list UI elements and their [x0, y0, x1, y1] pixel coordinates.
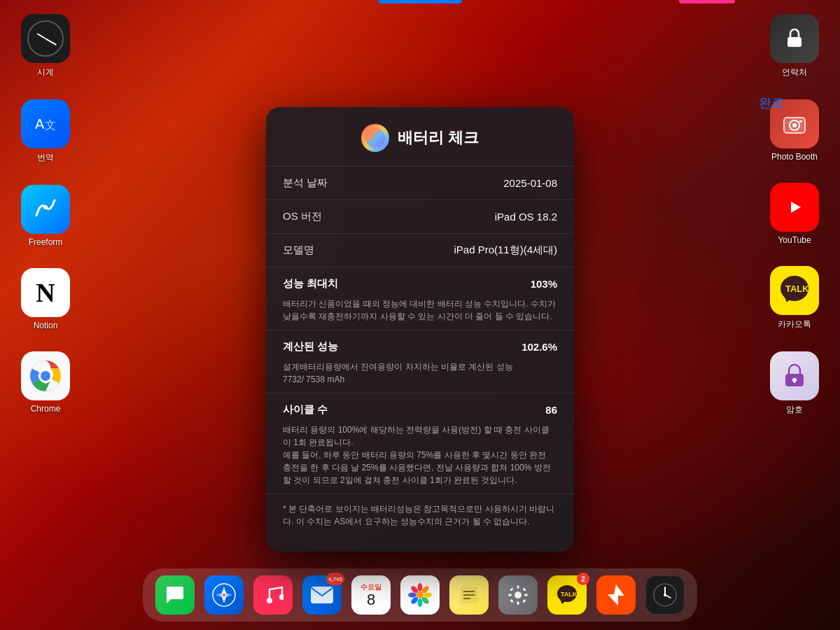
modal-header: 배터리 체크 — [266, 107, 574, 167]
row-label-cycle: 사이클 수 — [283, 403, 328, 416]
row-label-calcperf: 계산된 성능 — [283, 340, 338, 354]
row-label-os: OS 버전 — [283, 210, 322, 223]
modal-row-maxperf: 성능 최대치 103% — [266, 267, 574, 293]
row-label-date: 분석 날짜 — [283, 176, 328, 190]
modal-row-calcperf: 계산된 성능 102.6% — [266, 330, 574, 356]
modal-section-maxperf: 성능 최대치 103% 배터리가 신품이었을 때의 정능에 대비한 배터리 성능… — [266, 267, 574, 330]
modal-row-date: 분석 날짜 2025-01-08 — [266, 167, 574, 200]
done-button[interactable]: 완료 — [759, 94, 784, 111]
desc-calcperf: 설계배터리용량에서 잔여용량이 차지하는 비율로 계산된 성능7732/ 753… — [266, 356, 574, 393]
wiggle-bar-blue — [378, 0, 462, 4]
modal-overlay: 배터리 체크 분석 날짜 2025-01-08 OS 버전 iPad OS 18… — [0, 0, 840, 630]
modal-footnote: * 본 단축어로 보이지는 배터리성능은 참고목적으로만 사용하시기 바랍니다.… — [266, 494, 574, 535]
siri-icon — [361, 124, 389, 152]
modal-row-os: OS 버전 iPad OS 18.2 — [266, 200, 574, 234]
row-value-date: 2025-01-08 — [503, 177, 557, 189]
modal-title: 배터리 체크 — [398, 127, 479, 148]
modal-row-model: 모델명 iPad Pro(11형)(4세대) — [266, 234, 574, 267]
modal-section-cycle: 사이클 수 86 배터리 용량의 100%에 해당하는 전력량을 사용(방전) … — [266, 393, 574, 494]
row-label-model: 모델명 — [283, 244, 314, 257]
row-value-model: iPad Pro(11형)(4세대) — [454, 244, 557, 257]
desktop: 시계 A 文 번역 Freeform N N — [0, 0, 840, 630]
row-value-cycle: 86 — [545, 404, 557, 416]
row-value-maxperf: 103% — [531, 278, 557, 290]
row-label-maxperf: 성능 최대치 — [283, 277, 338, 290]
row-value-os: iPad OS 18.2 — [495, 211, 557, 223]
row-value-calcperf: 102.6% — [522, 341, 557, 353]
wiggle-bar-pink — [679, 0, 735, 4]
desc-maxperf: 배터리가 신품이었을 때의 정능에 대비한 배터리 성능 수치입니다. 수치가낮… — [266, 293, 574, 330]
svg-point-19 — [365, 128, 385, 148]
modal-section-calcperf: 계산된 성능 102.6% 설계배터리용량에서 잔여용량이 차지하는 비율로 계… — [266, 330, 574, 393]
modal-row-cycle: 사이클 수 86 — [266, 393, 574, 419]
desc-cycle: 배터리 용량의 100%에 해당하는 전력량을 사용(방전) 할 때 충전 사이… — [266, 419, 574, 493]
battery-check-modal: 배터리 체크 분석 날짜 2025-01-08 OS 버전 iPad OS 18… — [266, 107, 574, 552]
